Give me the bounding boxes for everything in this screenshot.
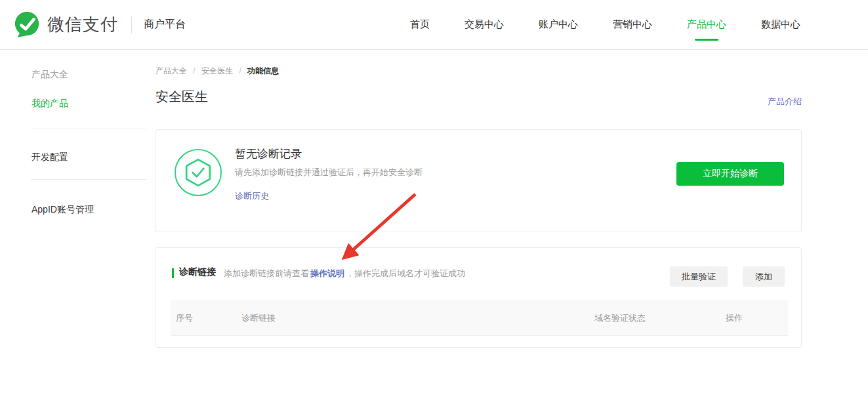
diagnosis-history-link[interactable]: 诊断历史 [235,190,269,202]
section-tip: 添加诊断链接前请查看操作说明，操作完成后域名才可验证成功 [224,268,465,279]
empty-record-subtitle: 请先添加诊断链接并通过验证后，再开始安全诊断 [235,167,423,178]
start-diagnosis-button[interactable]: 立即开始诊断 [676,162,784,186]
product-intro-link[interactable]: 产品介绍 [768,96,802,108]
sidebar-item-my-products[interactable]: 我的产品 [31,98,68,110]
sidebar: 产品大全 我的产品 开发配置 AppID账号管理 [0,50,155,393]
shield-check-icon [175,149,222,196]
sidebar-item-dev-config[interactable]: 开发配置 [31,152,68,163]
section-accent-bar [172,268,174,278]
nav-item-account-center[interactable]: 账户中心 [539,18,578,31]
nav-item-marketing-center[interactable]: 营销中心 [613,18,652,31]
page-title: 安全医生 [155,88,208,106]
breadcrumb: 产品大全 / 安全医生 / 功能信息 [155,66,279,77]
primary-nav: 首页 交易中心 账户中心 营销中心 产品中心 数据中心 [410,18,800,31]
top-header: 微信支付 商户平台 首页 交易中心 账户中心 营销中心 产品中心 数据中心 [0,0,868,50]
nav-item-product-center[interactable]: 产品中心 [687,18,726,31]
sidebar-item-appid-management[interactable]: AppID账号管理 [31,204,94,216]
column-header-index: 序号 [176,300,193,336]
column-header-link: 诊断链接 [241,300,276,336]
sidebar-divider [31,179,146,180]
breadcrumb-separator: / [193,66,195,75]
section-title: 诊断链接 [179,266,216,278]
links-table-header: 序号 诊断链接 域名验证状态 操作 [171,300,788,336]
brand-divider [131,16,132,33]
nav-item-home[interactable]: 首页 [410,18,430,31]
table-empty-area [171,336,788,348]
brand-name[interactable]: 微信支付 [47,13,118,36]
nav-item-transaction-center[interactable]: 交易中心 [465,18,504,31]
breadcrumb-item-security-doctor[interactable]: 安全医生 [201,66,233,75]
batch-verify-button[interactable]: 批量验证 [670,266,728,287]
column-header-actions: 操作 [726,300,743,336]
operation-guide-link[interactable]: 操作说明 [310,268,344,278]
wechat-pay-logo-icon[interactable] [13,11,41,39]
diagnosis-links-card: 诊断链接 添加诊断链接前请查看操作说明，操作完成后域名才可验证成功 批量验证 添… [155,247,802,348]
sidebar-divider [31,129,146,129]
column-header-domain-status: 域名验证状态 [594,300,646,336]
main-content: 产品大全 / 安全医生 / 功能信息 安全医生 产品介绍 暂无诊断记录 请先添加… [155,50,802,393]
add-link-button[interactable]: 添加 [743,266,785,287]
portal-label: 商户平台 [144,18,186,31]
tip-prefix: 添加诊断链接前请查看 [224,268,309,278]
breadcrumb-item-current: 功能信息 [247,66,279,75]
breadcrumb-item-all-products[interactable]: 产品大全 [155,66,187,75]
nav-item-data-center[interactable]: 数据中心 [761,18,800,31]
breadcrumb-separator: / [239,66,241,75]
tip-suffix: ，操作完成后域名才可验证成功 [346,268,465,278]
empty-record-title: 暂无诊断记录 [235,146,302,161]
sidebar-item-all-products[interactable]: 产品大全 [31,69,68,81]
diagnosis-record-card: 暂无诊断记录 请先添加诊断链接并通过验证后，再开始安全诊断 诊断历史 立即开始诊… [155,129,802,232]
brand: 微信支付 商户平台 [0,11,186,39]
